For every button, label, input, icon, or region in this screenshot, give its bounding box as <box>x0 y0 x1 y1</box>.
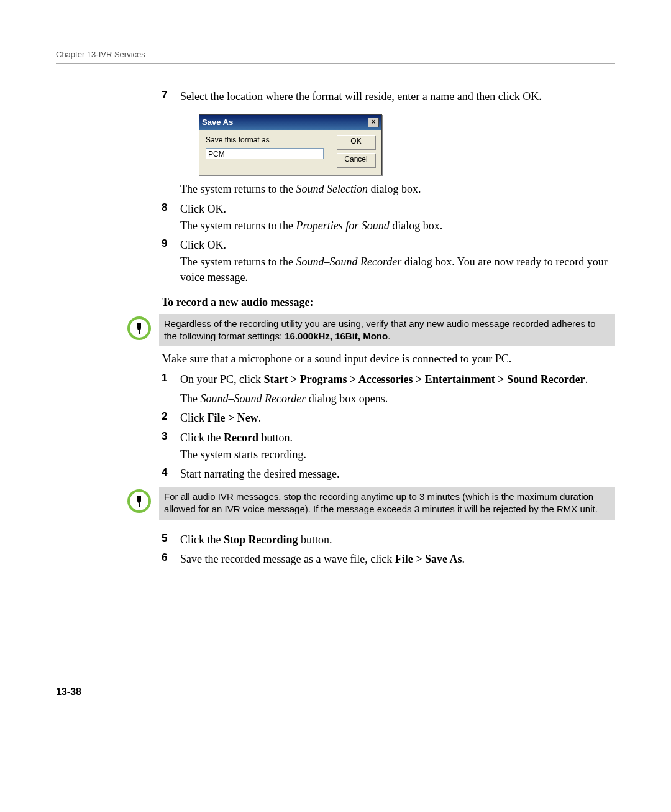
step-text: On your PC, click Start > Programs > Acc… <box>180 372 615 387</box>
format-input[interactable]: PCM <box>206 148 324 159</box>
step-text: Select the location where the format wil… <box>180 89 615 104</box>
step-number: 1 <box>162 372 180 408</box>
step-number: 9 <box>162 238 180 287</box>
note-icon <box>127 316 151 340</box>
step-text: Click the Stop Recording button. <box>180 532 615 548</box>
step-number: 8 <box>162 201 180 235</box>
format-label: Save this format as <box>206 135 331 145</box>
ok-button[interactable]: OK <box>337 135 375 149</box>
page-header: Chapter 13-IVR Services <box>56 50 615 59</box>
dialog-title: Save As <box>202 117 233 128</box>
note-block: For all audio IVR messages, stop the rec… <box>127 487 615 520</box>
after-dialog-text: The system returns to the Sound Selectio… <box>180 182 615 197</box>
section-heading: To record a new audio message: <box>162 296 615 309</box>
dialog-titlebar: Save As × <box>199 115 381 130</box>
step-text: Click File > New. <box>180 410 615 426</box>
step-text: The system starts recording. <box>180 447 615 463</box>
step-text: The system returns to the Properties for… <box>180 218 615 234</box>
page-number: 13-38 <box>56 686 615 698</box>
step-number: 3 <box>162 430 180 464</box>
note-text: Regardless of the recording utility you … <box>159 314 615 347</box>
paragraph: Make sure that a microphone or a sound i… <box>162 353 615 366</box>
main-content: 7 Select the location where the format w… <box>162 89 615 568</box>
step-7: 7 Select the location where the format w… <box>162 89 615 106</box>
step-number: 2 <box>162 410 180 427</box>
step-8: 8 Click OK. The system returns to the Pr… <box>162 201 615 235</box>
rec-step-2: 2 Click File > New. <box>162 410 615 427</box>
rec-step-5: 5 Click the Stop Recording button. <box>162 532 615 549</box>
step-number: 6 <box>162 551 180 568</box>
step-number: 4 <box>162 466 180 483</box>
header-rule <box>56 63 615 64</box>
close-icon[interactable]: × <box>368 118 379 127</box>
note-icon <box>127 489 151 513</box>
step-number: 7 <box>162 89 180 106</box>
note-block: Regardless of the recording utility you … <box>127 314 615 347</box>
step-number: 5 <box>162 532 180 549</box>
rec-step-4: 4 Start narrating the desired message. <box>162 466 615 483</box>
step-text: Start narrating the desired message. <box>180 466 615 482</box>
step-text: Save the recorded message as a wave file… <box>180 551 615 567</box>
rec-step-3: 3 Click the Record button. The system st… <box>162 430 615 464</box>
step-text: Click OK. <box>180 238 615 253</box>
note-text: For all audio IVR messages, stop the rec… <box>159 487 615 520</box>
save-as-dialog: Save As × Save this format as PCM OK Can… <box>199 114 382 175</box>
step-text: The Sound–Sound Recorder dialog box open… <box>180 391 615 407</box>
step-text: The system returns to the Sound–Sound Re… <box>180 254 615 285</box>
rec-step-6: 6 Save the recorded message as a wave fi… <box>162 551 615 568</box>
step-text: Click OK. <box>180 201 615 217</box>
cancel-button[interactable]: Cancel <box>337 153 375 167</box>
step-9: 9 Click OK. The system returns to the So… <box>162 238 615 287</box>
rec-step-1: 1 On your PC, click Start > Programs > A… <box>162 372 615 408</box>
step-text: Click the Record button. <box>180 430 615 446</box>
